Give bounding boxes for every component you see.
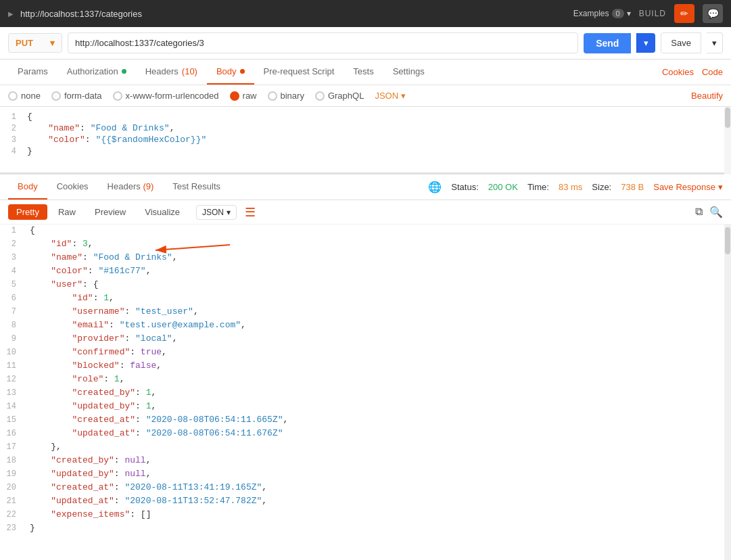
radio-binary-circle (268, 91, 277, 101)
json-label[interactable]: JSON ▾ (375, 91, 406, 101)
resp-tab-test-results[interactable]: Test Results (163, 174, 230, 200)
copy-icon[interactable]: ⧉ (695, 206, 703, 218)
examples-badge: 0 (612, 9, 624, 18)
format-pretty[interactable]: Pretty (8, 204, 47, 220)
url-input[interactable] (68, 32, 578, 53)
json-line-18: 18 "created_by": null, (0, 454, 731, 468)
status-label: Status: (451, 182, 478, 192)
json-line-20: 20 "created_at": "2020-08-11T13:41:19.16… (0, 482, 731, 495)
radio-urlencoded[interactable]: x-www-form-urlencoded (113, 91, 219, 101)
json-line-23: 23 } (0, 522, 731, 536)
radio-graphql-circle (315, 91, 325, 101)
json-line-12: 12 "role": 1, (0, 373, 731, 387)
time-label: Time: (527, 182, 549, 192)
json-line-1: 1 { (0, 225, 731, 238)
format-preview[interactable]: Preview (87, 204, 134, 220)
response-scrollbar-thumb (725, 227, 730, 254)
tab-headers[interactable]: Headers (10) (136, 60, 207, 85)
authorization-dot (122, 69, 126, 74)
method-select[interactable]: PUT ▾ (8, 33, 62, 53)
format-json-chevron-icon: ▾ (227, 208, 231, 217)
main-container: ▶ http://localhost:1337/categories Examp… (0, 0, 731, 560)
radio-form-data[interactable]: form-data (51, 91, 102, 101)
req-line-2: 2 "name": "Food & Drinks", (0, 122, 731, 134)
response-meta: 🌐 Status: 200 OK Time: 83 ms Size: 738 B… (428, 181, 723, 193)
beautify-button[interactable]: Beautify (691, 91, 723, 101)
req-line-1: 1 { (0, 111, 731, 122)
response-tabs-row: Body Cookies Headers (9) Test Results 🌐 … (0, 174, 731, 200)
radio-none[interactable]: none (8, 91, 41, 101)
tab-body[interactable]: Body (207, 60, 254, 85)
json-line-14: 14 "updated_by": 1, (0, 400, 731, 414)
wrap-icon-button[interactable]: ☰ (245, 205, 256, 220)
examples-button[interactable]: Examples 0 ▾ (573, 9, 631, 18)
cookies-link[interactable]: Cookies (662, 67, 694, 77)
format-row: Pretty Raw Preview Visualize JSON ▾ ☰ ⧉ … (0, 200, 731, 225)
resp-tab-headers[interactable]: Headers (9) (98, 174, 164, 200)
time-value: 83 ms (559, 182, 582, 192)
json-line-22: 22 "expense_items": [] (0, 509, 731, 522)
radio-binary[interactable]: binary (268, 91, 304, 101)
size-value: 738 B (621, 182, 644, 192)
json-line-5: 5 "user": { (0, 279, 731, 292)
globe-icon: 🌐 (428, 181, 442, 193)
top-bar: ▶ http://localhost:1337/categories Examp… (0, 0, 731, 27)
tab-params[interactable]: Params (8, 60, 57, 85)
radio-urlencoded-circle (113, 91, 122, 101)
json-line-11: 11 "blocked": false, (0, 360, 731, 373)
resp-tab-body[interactable]: Body (8, 174, 47, 200)
build-label: BUILD (639, 9, 666, 18)
request-code-editor[interactable]: 1 { 2 "name": "Food & Drinks", 3 "color"… (0, 107, 731, 174)
body-options: none form-data x-www-form-urlencoded raw… (0, 85, 731, 107)
examples-label: Examples (573, 9, 609, 18)
send-button[interactable]: Send (584, 33, 631, 53)
json-line-6: 6 "id": 1, (0, 292, 731, 306)
save-button[interactable]: Save (661, 32, 701, 53)
tab-tests[interactable]: Tests (344, 60, 383, 85)
json-line-7: 7 "username": "test_user", (0, 306, 731, 319)
req-line-4: 4 } (0, 145, 731, 157)
size-label: Size: (592, 182, 611, 192)
radio-none-circle (8, 91, 18, 101)
code-link[interactable]: Code (702, 67, 723, 77)
arrow-icon: ▶ (8, 10, 14, 18)
top-bar-url: http://localhost:1337/categories (20, 9, 567, 19)
json-chevron-icon: ▾ (401, 91, 406, 101)
edit-icon-button[interactable]: ✏ (674, 4, 694, 23)
radio-graphql[interactable]: GraphQL (315, 91, 364, 101)
json-line-3: 3 "name": "Food & Drinks", (0, 252, 731, 265)
comment-icon-button[interactable]: 💬 (703, 4, 723, 23)
format-raw[interactable]: Raw (50, 204, 84, 220)
radio-raw-circle (230, 91, 239, 101)
search-icon[interactable]: 🔍 (709, 206, 723, 218)
request-body-editor: 1 { 2 "name": "Food & Drinks", 3 "color"… (0, 107, 731, 174)
top-bar-right: Examples 0 ▾ BUILD ✏ 💬 (573, 4, 723, 23)
request-tabs-row: Params Authorization Headers (10) Body P… (0, 60, 731, 85)
send-dropdown-button[interactable]: ▾ (636, 33, 655, 53)
tab-pre-request[interactable]: Pre-request Script (254, 60, 344, 85)
response-scrollbar[interactable] (724, 225, 731, 560)
save-dropdown-button[interactable]: ▾ (707, 32, 723, 53)
method-chevron-icon: ▾ (50, 38, 55, 48)
scrollbar-thumb (725, 108, 730, 128)
status-value: 200 OK (488, 182, 518, 192)
format-json-select[interactable]: JSON ▾ (196, 205, 237, 220)
method-label: PUT (16, 38, 33, 48)
req-line-3: 3 "color": "{{$randomHexColor}}" (0, 134, 731, 145)
json-line-10: 10 "confirmed": true, (0, 346, 731, 360)
save-response-button[interactable]: Save Response ▾ (653, 182, 723, 192)
json-line-8: 8 "email": "test.user@example.com", (0, 319, 731, 333)
format-right-icons: ⧉ 🔍 (695, 206, 723, 218)
json-line-15: 15 "created_at": "2020-08-08T06:54:11.66… (0, 414, 731, 427)
tab-settings[interactable]: Settings (383, 60, 434, 85)
url-bar: PUT ▾ Send ▾ Save ▾ (0, 27, 731, 60)
request-editor-scrollbar[interactable] (724, 107, 731, 174)
body-dot (240, 69, 245, 74)
json-line-9: 9 "provider": "local", (0, 333, 731, 346)
json-line-21: 21 "updated_at": "2020-08-11T13:52:47.78… (0, 495, 731, 509)
tab-authorization[interactable]: Authorization (57, 60, 136, 85)
json-line-17: 17 }, (0, 441, 731, 454)
resp-tab-cookies[interactable]: Cookies (47, 174, 98, 200)
radio-raw[interactable]: raw (230, 91, 257, 101)
format-visualize[interactable]: Visualize (137, 204, 188, 220)
